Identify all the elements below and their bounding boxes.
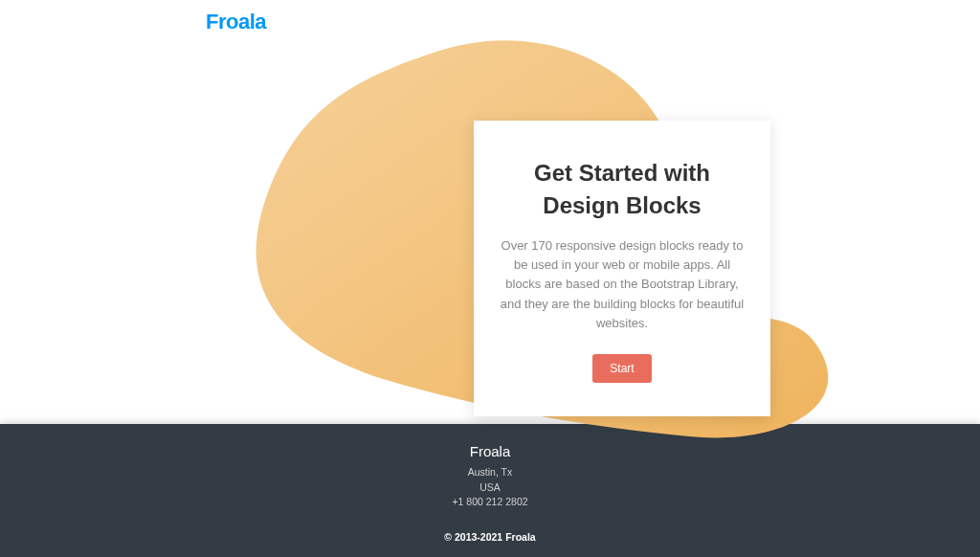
hero-section: Get Started with Design Blocks Over 170 … <box>0 44 980 456</box>
footer-phone: +1 800 212 2802 <box>0 495 980 510</box>
start-button[interactable]: Start <box>592 354 651 383</box>
logo[interactable]: Froala <box>206 10 961 34</box>
header: Froala <box>0 0 980 44</box>
hero-description: Over 170 responsive design blocks ready … <box>498 236 746 333</box>
hero-title: Get Started with Design Blocks <box>498 157 746 221</box>
footer-country: USA <box>0 480 980 496</box>
footer-city: Austin, Tx <box>0 465 980 480</box>
hero-card: Get Started with Design Blocks Over 170 … <box>474 121 770 416</box>
footer-copyright: © 2013-2021 Froala <box>0 531 980 543</box>
